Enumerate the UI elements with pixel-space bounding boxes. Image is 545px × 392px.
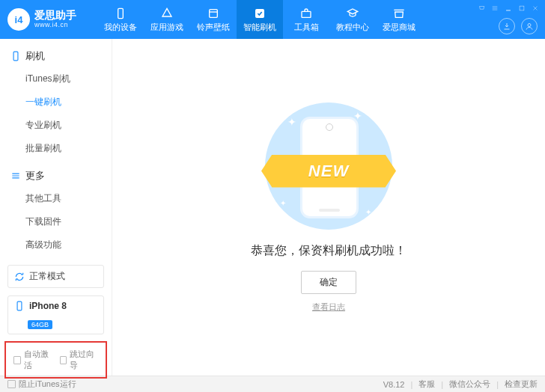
checkbox-label: 跳过向导 bbox=[70, 349, 98, 371]
menu-icon bbox=[10, 171, 21, 181]
nav-tutorial[interactable]: 教程中心 bbox=[329, 0, 376, 39]
sidebar-item-batch-flash[interactable]: 批量刷机 bbox=[0, 137, 112, 160]
refresh-icon bbox=[14, 272, 25, 282]
top-nav: 我的设备 应用游戏 铃声壁纸 智能刷机 工具箱 教程中心 爱思商城 bbox=[97, 0, 422, 39]
section-title: 更多 bbox=[25, 169, 45, 183]
nav-my-device[interactable]: 我的设备 bbox=[97, 0, 144, 39]
checkbox-icon bbox=[7, 380, 16, 388]
sidebar-section-flash: 刷机 bbox=[0, 45, 112, 67]
svg-rect-0 bbox=[118, 8, 124, 18]
success-illustration: ✦ ✦ ✦ ✦ NEW bbox=[265, 102, 392, 230]
nav-label: 爱思商城 bbox=[383, 22, 415, 33]
toolbox-icon bbox=[299, 7, 313, 20]
sidebar-item-pro-flash[interactable]: 专业刷机 bbox=[0, 114, 112, 137]
nav-ringtone[interactable]: 铃声壁纸 bbox=[190, 0, 237, 39]
sidebar-section-more: 更多 bbox=[0, 165, 112, 187]
checkbox-label: 阻止iTunes运行 bbox=[19, 379, 76, 390]
window-controls bbox=[476, 3, 541, 13]
success-message: 恭喜您，保资料刷机成功啦！ bbox=[251, 243, 407, 259]
nav-label: 铃声壁纸 bbox=[197, 22, 230, 33]
nav-toolbox[interactable]: 工具箱 bbox=[283, 0, 329, 39]
device-name: iPhone 8 bbox=[29, 301, 67, 311]
footer-link-wechat[interactable]: 微信公众号 bbox=[449, 379, 490, 390]
logo-area: i4 爱思助手 www.i4.cn bbox=[0, 8, 97, 31]
cart-icon[interactable] bbox=[476, 3, 487, 13]
minimize-icon[interactable] bbox=[503, 3, 514, 13]
sidebar-item-other-tools[interactable]: 其他工具 bbox=[0, 187, 112, 210]
nav-label: 应用游戏 bbox=[150, 22, 183, 33]
checkbox-icon bbox=[13, 356, 21, 364]
svg-rect-4 bbox=[520, 6, 524, 10]
close-icon[interactable] bbox=[530, 3, 541, 13]
checkbox-icon bbox=[60, 356, 67, 364]
svg-point-5 bbox=[528, 24, 531, 27]
sidebar-item-download-fw[interactable]: 下载固件 bbox=[0, 210, 112, 233]
mode-box[interactable]: 正常模式 bbox=[7, 265, 104, 288]
checkbox-block-itunes[interactable]: 阻止iTunes运行 bbox=[7, 379, 76, 390]
phone-icon bbox=[10, 51, 21, 61]
sidebar: 刷机 iTunes刷机 一键刷机 专业刷机 批量刷机 更多 其他工具 下载固件 … bbox=[0, 39, 112, 376]
storage-badge: 64GB bbox=[28, 320, 52, 329]
checkbox-skip-setup[interactable]: 跳过向导 bbox=[60, 349, 99, 371]
sidebar-item-itunes-flash[interactable]: iTunes刷机 bbox=[0, 67, 112, 91]
device-icon bbox=[14, 301, 25, 311]
section-title: 刷机 bbox=[25, 49, 45, 63]
version-label: V8.12 bbox=[383, 380, 405, 389]
tutorial-icon bbox=[346, 7, 359, 20]
apps-icon bbox=[160, 7, 174, 20]
store-icon bbox=[392, 7, 406, 20]
confirm-button[interactable]: 确定 bbox=[301, 271, 356, 294]
footer-link-support[interactable]: 客服 bbox=[418, 379, 435, 390]
nav-label: 智能刷机 bbox=[243, 22, 276, 33]
flash-icon bbox=[253, 7, 267, 20]
logo-icon: i4 bbox=[7, 8, 30, 31]
download-icon[interactable] bbox=[499, 18, 515, 34]
checkbox-row: 自动激活 跳过向导 bbox=[4, 341, 107, 379]
footer-link-update[interactable]: 检查更新 bbox=[505, 379, 538, 390]
header-actions bbox=[499, 18, 538, 34]
checkbox-auto-activate[interactable]: 自动激活 bbox=[13, 349, 52, 371]
svg-rect-7 bbox=[17, 301, 22, 310]
nav-label: 教程中心 bbox=[336, 22, 369, 33]
nav-apps[interactable]: 应用游戏 bbox=[144, 0, 190, 39]
mode-label: 正常模式 bbox=[29, 270, 65, 283]
brand-url: www.i4.cn bbox=[34, 22, 76, 29]
sidebar-list-more: 其他工具 下载固件 高级功能 bbox=[0, 187, 112, 261]
ringtone-icon bbox=[207, 7, 220, 20]
svg-rect-6 bbox=[13, 52, 18, 61]
device-box[interactable]: iPhone 8 64GB bbox=[7, 295, 104, 334]
sidebar-item-advanced[interactable]: 高级功能 bbox=[0, 233, 112, 257]
brand-name: 爱思助手 bbox=[34, 10, 76, 21]
checkbox-label: 自动激活 bbox=[24, 349, 52, 371]
device-icon bbox=[114, 7, 127, 20]
menu-icon[interactable] bbox=[490, 3, 500, 13]
nav-label: 工具箱 bbox=[294, 22, 319, 33]
sidebar-list-flash: iTunes刷机 一键刷机 专业刷机 批量刷机 bbox=[0, 67, 112, 165]
svg-rect-1 bbox=[210, 9, 218, 17]
header: i4 爱思助手 www.i4.cn 我的设备 应用游戏 铃声壁纸 智能刷机 工具… bbox=[0, 0, 545, 39]
view-log-link[interactable]: 查看日志 bbox=[312, 301, 345, 313]
brand-text: 爱思助手 www.i4.cn bbox=[34, 10, 76, 28]
nav-flash[interactable]: 智能刷机 bbox=[237, 0, 283, 39]
maximize-icon[interactable] bbox=[517, 3, 527, 13]
main-panel: ✦ ✦ ✦ ✦ NEW 恭喜您，保资料刷机成功啦！ 确定 查看日志 bbox=[112, 39, 545, 376]
new-ribbon: NEW bbox=[261, 155, 396, 188]
user-icon[interactable] bbox=[521, 18, 538, 34]
nav-label: 我的设备 bbox=[104, 22, 137, 33]
sidebar-item-oneclick-flash[interactable]: 一键刷机 bbox=[0, 91, 112, 114]
svg-rect-3 bbox=[302, 11, 311, 17]
nav-store[interactable]: 爱思商城 bbox=[376, 0, 422, 39]
